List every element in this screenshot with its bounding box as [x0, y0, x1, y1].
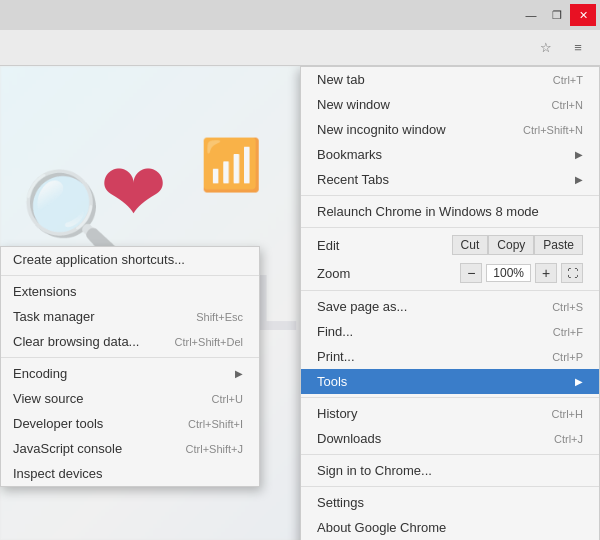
- menu-item-create-shortcuts[interactable]: Create application shortcuts...: [1, 247, 259, 272]
- menu-item-relaunch[interactable]: Relaunch Chrome in Windows 8 mode: [301, 199, 599, 224]
- separator: [301, 290, 599, 291]
- content-area: 🔍 ❤ 📶 SLAV Create application shortcuts.…: [0, 66, 600, 540]
- menu-item-about[interactable]: About Google Chrome: [301, 515, 599, 540]
- cut-button[interactable]: Cut: [452, 235, 489, 255]
- maximize-button[interactable]: ❐: [544, 4, 570, 26]
- separator: [301, 397, 599, 398]
- menu-item-print[interactable]: Print... Ctrl+P: [301, 344, 599, 369]
- menu-item-clear-browsing[interactable]: Clear browsing data... Ctrl+Shift+Del: [1, 329, 259, 354]
- menu-item-tools[interactable]: Tools ▶: [301, 369, 599, 394]
- menu-item-js-console[interactable]: JavaScript console Ctrl+Shift+J: [1, 436, 259, 461]
- separator: [1, 275, 259, 276]
- zoom-in-button[interactable]: +: [535, 263, 557, 283]
- fullscreen-button[interactable]: ⛶: [561, 263, 583, 283]
- menu-item-find[interactable]: Find... Ctrl+F: [301, 319, 599, 344]
- wifi-bg-icon: 📶: [200, 136, 262, 194]
- zoom-out-button[interactable]: −: [460, 263, 482, 283]
- menu-item-developer-tools[interactable]: Developer tools Ctrl+Shift+I: [1, 411, 259, 436]
- menu-item-new-tab[interactable]: New tab Ctrl+T: [301, 67, 599, 92]
- menu-item-history[interactable]: History Ctrl+H: [301, 401, 599, 426]
- star-icon[interactable]: ☆: [532, 34, 560, 62]
- menu-item-sign-in[interactable]: Sign in to Chrome...: [301, 458, 599, 483]
- separator: [301, 454, 599, 455]
- close-button[interactable]: ✕: [570, 4, 596, 26]
- minimize-button[interactable]: —: [518, 4, 544, 26]
- main-menu: New tab Ctrl+T New window Ctrl+N New inc…: [300, 66, 600, 540]
- edit-row: Edit Cut Copy Paste: [301, 231, 599, 259]
- menu-item-bookmarks[interactable]: Bookmarks ▶: [301, 142, 599, 167]
- menu-icon[interactable]: ≡: [564, 34, 592, 62]
- menu-item-new-incognito[interactable]: New incognito window Ctrl+Shift+N: [301, 117, 599, 142]
- menu-item-task-manager[interactable]: Task manager Shift+Esc: [1, 304, 259, 329]
- menu-item-new-window[interactable]: New window Ctrl+N: [301, 92, 599, 117]
- tools-submenu: Create application shortcuts... Extensio…: [0, 246, 260, 487]
- separator: [1, 357, 259, 358]
- zoom-row: Zoom − 100% + ⛶: [301, 259, 599, 287]
- menu-item-inspect-devices[interactable]: Inspect devices: [1, 461, 259, 486]
- menu-item-settings[interactable]: Settings: [301, 490, 599, 515]
- menu-item-encoding[interactable]: Encoding ▶: [1, 361, 259, 386]
- separator: [301, 195, 599, 196]
- browser-window: — ❐ ✕ ☆ ≡ 🔍 ❤ 📶 SLAV Create application …: [0, 0, 600, 540]
- menu-item-view-source[interactable]: View source Ctrl+U: [1, 386, 259, 411]
- separator: [301, 227, 599, 228]
- browser-toolbar: ☆ ≡: [0, 30, 600, 66]
- menu-item-extensions[interactable]: Extensions: [1, 279, 259, 304]
- paste-button[interactable]: Paste: [534, 235, 583, 255]
- menu-item-recent-tabs[interactable]: Recent Tabs ▶: [301, 167, 599, 192]
- menu-item-downloads[interactable]: Downloads Ctrl+J: [301, 426, 599, 451]
- zoom-value: 100%: [486, 264, 531, 282]
- separator: [301, 486, 599, 487]
- title-bar: — ❐ ✕: [0, 0, 600, 30]
- copy-button[interactable]: Copy: [488, 235, 534, 255]
- menu-item-save-page[interactable]: Save page as... Ctrl+S: [301, 294, 599, 319]
- heart-bg-icon: ❤: [100, 146, 167, 239]
